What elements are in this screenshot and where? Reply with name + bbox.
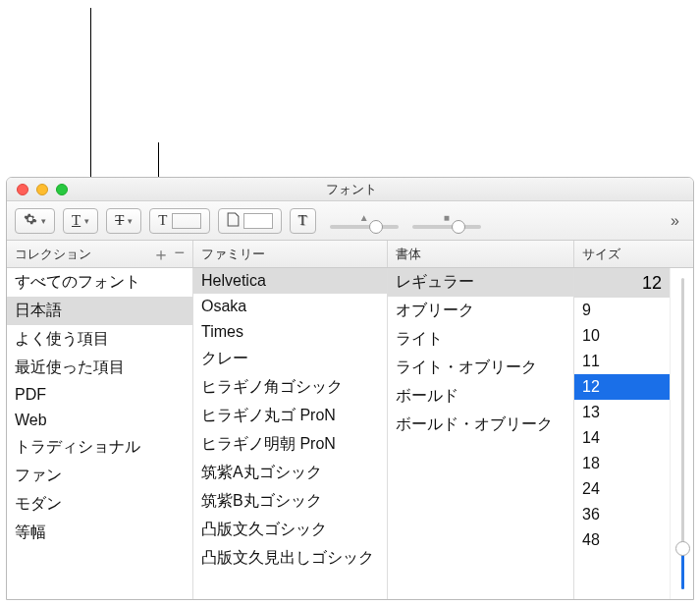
page-color-swatch xyxy=(243,213,273,229)
list-item[interactable]: 最近使った項目 xyxy=(7,354,192,382)
chevron-right-double-icon: » xyxy=(671,212,679,229)
list-item[interactable]: 48 xyxy=(574,527,670,553)
size-column: 9101112131418243648 xyxy=(574,268,693,599)
size-input[interactable] xyxy=(574,268,670,298)
text-color-button[interactable]: T xyxy=(149,208,209,234)
traffic-lights xyxy=(7,184,68,195)
list-item[interactable]: レギュラー xyxy=(388,268,573,297)
underline-icon: T xyxy=(72,212,81,229)
chevron-down-icon: ▾ xyxy=(41,216,46,226)
zoom-window-button[interactable] xyxy=(56,184,68,195)
list-item[interactable]: 10 xyxy=(574,323,670,349)
size-list[interactable]: 9101112131418243648 xyxy=(574,268,670,599)
list-item[interactable]: 凸版文久見出しゴシック xyxy=(193,544,387,573)
list-item[interactable]: ヒラギノ角ゴシック xyxy=(193,373,387,402)
chevron-down-icon: ▾ xyxy=(128,216,133,226)
typeface-list[interactable]: レギュラーオブリークライトライト・オブリークボールドボールド・オブリーク xyxy=(388,268,574,599)
header-typeface: 書体 xyxy=(388,241,574,267)
header-collection-label: コレクション xyxy=(15,246,91,263)
list-item[interactable]: 筑紫A丸ゴシック xyxy=(193,459,387,487)
strikethrough-button[interactable]: T ▾ xyxy=(106,208,141,234)
header-family-label: ファミリー xyxy=(201,246,265,263)
close-window-button[interactable] xyxy=(17,184,28,195)
list-item[interactable]: Osaka xyxy=(193,294,387,319)
list-item[interactable]: 日本語 xyxy=(7,297,192,325)
header-size-label: サイズ xyxy=(582,246,620,263)
page-color-icon xyxy=(227,212,240,230)
text-effects-button[interactable]: T xyxy=(290,208,316,234)
list-item[interactable]: 36 xyxy=(574,502,670,527)
shadow-blur-slider[interactable]: ■ xyxy=(412,212,481,229)
list-item[interactable]: トラディショナル xyxy=(7,433,192,462)
family-list[interactable]: HelveticaOsakaTimesクレーヒラギノ角ゴシックヒラギノ丸ゴ Pr… xyxy=(193,268,388,599)
action-menu-button[interactable]: ▾ xyxy=(15,208,55,234)
list-item[interactable]: ファン xyxy=(7,462,192,490)
list-item[interactable]: 筑紫B丸ゴシック xyxy=(193,487,387,516)
collection-list[interactable]: すべてのフォント日本語よく使う項目最近使った項目PDFWebトラディショナルファ… xyxy=(7,268,193,599)
list-item[interactable]: クレー xyxy=(193,345,387,373)
chevron-down-icon: ▾ xyxy=(84,216,89,226)
list-item[interactable]: 11 xyxy=(574,349,670,374)
header-typeface-label: 書体 xyxy=(396,246,421,263)
size-slider-knob[interactable] xyxy=(675,541,690,556)
add-collection-button[interactable]: ＋ xyxy=(152,243,170,266)
list-item[interactable]: PDF xyxy=(7,382,192,408)
list-item[interactable]: ヒラギノ明朝 ProN xyxy=(193,430,387,459)
list-item[interactable]: 12 xyxy=(574,374,670,400)
text-color-swatch xyxy=(172,213,201,229)
panel-body: すべてのフォント日本語よく使う項目最近使った項目PDFWebトラディショナルファ… xyxy=(7,268,693,599)
underline-button[interactable]: T ▾ xyxy=(63,208,98,234)
text-color-icon: T xyxy=(158,212,167,229)
column-headers: コレクション ＋ − ファミリー 書体 サイズ xyxy=(7,241,693,268)
list-item[interactable]: 18 xyxy=(574,451,670,476)
header-collection: コレクション ＋ − xyxy=(7,241,193,267)
list-item[interactable]: 13 xyxy=(574,400,670,425)
page-color-button[interactable] xyxy=(218,208,282,234)
shadow-blur-icon: ■ xyxy=(444,212,450,223)
list-item[interactable]: ヒラギノ丸ゴ ProN xyxy=(193,402,387,430)
titlebar: フォント xyxy=(7,178,693,201)
list-item[interactable]: 14 xyxy=(574,425,670,451)
list-item[interactable]: すべてのフォント xyxy=(7,268,192,297)
header-family: ファミリー xyxy=(193,241,388,267)
toolbar: ▾ T ▾ T ▾ T T xyxy=(7,201,693,241)
list-item[interactable]: 9 xyxy=(574,298,670,323)
list-item[interactable]: よく使う項目 xyxy=(7,325,192,354)
gear-icon xyxy=(24,212,37,229)
remove-collection-button[interactable]: − xyxy=(174,243,185,266)
list-item[interactable]: Web xyxy=(7,408,192,433)
list-item[interactable]: オブリーク xyxy=(388,297,573,325)
list-item[interactable]: 24 xyxy=(574,476,670,502)
minimize-window-button[interactable] xyxy=(36,184,48,195)
size-slider[interactable] xyxy=(670,268,693,599)
list-item[interactable]: 等幅 xyxy=(7,519,192,547)
header-size: サイズ xyxy=(574,241,693,267)
toolbar-overflow-button[interactable]: » xyxy=(665,212,685,230)
list-item[interactable]: ボールド xyxy=(388,382,573,411)
list-item[interactable]: 凸版文久ゴシック xyxy=(193,516,387,544)
strikethrough-icon: T xyxy=(115,212,124,229)
list-item[interactable]: Times xyxy=(193,319,387,345)
shadow-opacity-icon: ▲ xyxy=(359,212,369,223)
list-item[interactable]: ボールド・オブリーク xyxy=(388,411,573,439)
list-item[interactable]: モダン xyxy=(7,490,192,519)
list-item[interactable]: Helvetica xyxy=(193,268,387,294)
list-item[interactable]: ライト・オブリーク xyxy=(388,354,573,382)
text-effects-icon: T xyxy=(298,212,307,229)
list-item[interactable]: ライト xyxy=(388,325,573,354)
fonts-panel: フォント ▾ T ▾ T ▾ T xyxy=(6,177,694,600)
window-title: フォント xyxy=(68,181,634,198)
shadow-opacity-slider[interactable]: ▲ xyxy=(330,212,399,229)
